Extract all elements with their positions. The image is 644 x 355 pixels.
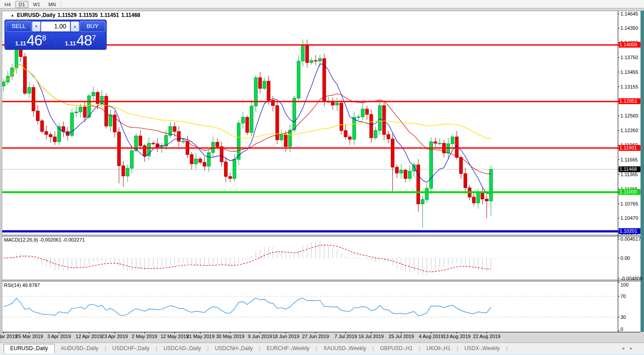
price-axis-tick: 1.14645 bbox=[620, 11, 638, 16]
close-value: 1.11468 bbox=[121, 12, 140, 18]
price-axis-tick: 1.13455 bbox=[620, 69, 638, 75]
macd-axis-tick: 0.00 bbox=[620, 255, 630, 261]
collapse-panel-icon[interactable]: ▲ bbox=[11, 13, 14, 17]
rsi-axis-tick: 100 bbox=[620, 282, 628, 287]
tab-gbpusd[interactable]: GBPUSD-,H1 bbox=[374, 344, 419, 353]
buy-price-sup: 7 bbox=[92, 34, 96, 43]
date-label: 18 Jun 2019 bbox=[270, 334, 302, 339]
rsi-indicator-label: RSI(14) 49.8787 bbox=[4, 282, 40, 288]
symbol-label: EURUSD-,Daily bbox=[17, 12, 56, 18]
timeframe-button-mn[interactable]: MN bbox=[45, 1, 60, 8]
price-axis-tick: 1.10765 bbox=[620, 201, 638, 206]
chart-canvas[interactable] bbox=[0, 8, 644, 343]
one-click-trading-panel: SELL ▼ 1.00 ▲ BUY 1.11468 1.11487 bbox=[4, 20, 107, 50]
date-label: 25 Jul 2019 bbox=[385, 334, 417, 339]
tab-eurusd[interactable]: EURUSD-,Daily bbox=[4, 344, 55, 353]
date-label: 25 Mar 2019 bbox=[13, 334, 45, 339]
tab-audusd[interactable]: AUDUSD-,Daily bbox=[55, 344, 105, 353]
price-badge-1.14009: 1.14009 bbox=[619, 42, 640, 48]
price-axis-tick: 1.14350 bbox=[620, 25, 638, 31]
sell-price-sup: 8 bbox=[42, 34, 46, 43]
rsi-axis-tick: 30 bbox=[620, 315, 626, 320]
timeframe-button-w1[interactable]: W1 bbox=[29, 1, 44, 8]
date-label: 13 Aug 2019 bbox=[441, 334, 473, 339]
date-label: 2 May 2019 bbox=[128, 334, 160, 339]
date-label: 16 Jul 2019 bbox=[355, 334, 387, 339]
chart-ohlc-header: ▲EURUSD-,Daily1.115291.115351.114511.114… bbox=[11, 12, 140, 18]
date-label: 21 May 2019 bbox=[184, 334, 216, 339]
low-value: 1.11451 bbox=[100, 12, 119, 18]
sell-price-big: 46 bbox=[27, 34, 42, 47]
tab-eurchf[interactable]: EURCHF-,Weekly bbox=[260, 344, 316, 353]
date-label: 23 Apr 2019 bbox=[99, 334, 131, 339]
price-axis-tick: 1.11365 bbox=[620, 172, 638, 177]
date-label: 3 Apr 2019 bbox=[43, 334, 75, 339]
timeframe-button-h4[interactable]: H4 bbox=[1, 1, 14, 8]
timeframe-toolbar: H4D1W1MN bbox=[0, 0, 644, 8]
price-axis-tick: 1.10470 bbox=[620, 215, 638, 221]
price-axis-tick: 1.12560 bbox=[620, 113, 638, 118]
buy-price-tile[interactable]: 1.11487 bbox=[56, 33, 105, 50]
tab-usdx[interactable]: USDX-,Weekly bbox=[458, 344, 506, 353]
volume-decrease-button[interactable]: ▼ bbox=[32, 21, 40, 32]
price-axis-tick: 1.13155 bbox=[620, 84, 638, 89]
tab-separator: | bbox=[506, 345, 508, 351]
open-value: 1.11529 bbox=[58, 12, 77, 18]
tabs-scroll-right-icon[interactable]: ► bbox=[629, 346, 638, 351]
price-badge-1.12851: 1.12851 bbox=[619, 98, 640, 104]
volume-input[interactable]: 1.00 bbox=[41, 21, 70, 32]
macd-axis-tick: -0.004806 bbox=[620, 276, 643, 281]
tab-xauusd[interactable]: XAUUSD-,Weekly bbox=[317, 344, 372, 353]
sell-button[interactable]: SELL bbox=[6, 21, 32, 32]
chart-tab-bar: EURUSD-,DailyAUDUSD-,Daily|USDCHF-,Daily… bbox=[0, 343, 644, 355]
tab-ukoil[interactable]: UKOil-,H1 bbox=[420, 344, 457, 353]
price-axis-tick: 1.13750 bbox=[620, 55, 638, 60]
tab-usdchf[interactable]: USDCHF-,Daily bbox=[106, 344, 156, 353]
date-label: 27 Jun 2019 bbox=[300, 334, 332, 339]
price-badge-1.11468: 1.11468 bbox=[619, 166, 640, 172]
timeframe-button-d1[interactable]: D1 bbox=[15, 1, 28, 8]
buy-price-big: 48 bbox=[76, 34, 92, 47]
tab-usdcnh[interactable]: USDCNH-,Daily bbox=[208, 344, 259, 353]
macd-axis-tick: 0.004517 bbox=[620, 236, 641, 242]
price-axis-tick: 1.11665 bbox=[620, 157, 638, 162]
buy-price-prefix: 1.11 bbox=[65, 40, 76, 47]
sell-price-prefix: 1.11 bbox=[15, 40, 26, 47]
volume-increase-button[interactable]: ▲ bbox=[71, 21, 79, 32]
date-label: 30 May 2019 bbox=[214, 334, 246, 339]
tab-usdcad[interactable]: USDCAD-,Daily bbox=[157, 344, 208, 353]
price-axis-tick: 1.12260 bbox=[620, 128, 638, 133]
price-badge-1.10201: 1.10201 bbox=[619, 228, 640, 234]
high-value: 1.11535 bbox=[79, 12, 98, 18]
tabs-scroll-left-icon[interactable]: ◄ bbox=[621, 346, 629, 351]
price-badge-1.11000: 1.11000 bbox=[619, 189, 640, 195]
price-badge-1.11901: 1.11901 bbox=[619, 145, 640, 151]
date-label: 22 Aug 2019 bbox=[471, 334, 503, 339]
rsi-axis-tick: 0 bbox=[620, 327, 623, 332]
macd-indicator-label: MACD(12,26,9) -0.002061 -0.002271 bbox=[4, 237, 85, 242]
mt4-application: H4D1W1MN ▲EURUSD-,Daily1.115291.115351.1… bbox=[0, 0, 644, 355]
rsi-axis-tick: 70 bbox=[620, 294, 626, 299]
buy-button[interactable]: BUY bbox=[80, 21, 105, 32]
sell-price-tile[interactable]: 1.11468 bbox=[6, 33, 55, 50]
toolbar-separator bbox=[61, 1, 61, 8]
